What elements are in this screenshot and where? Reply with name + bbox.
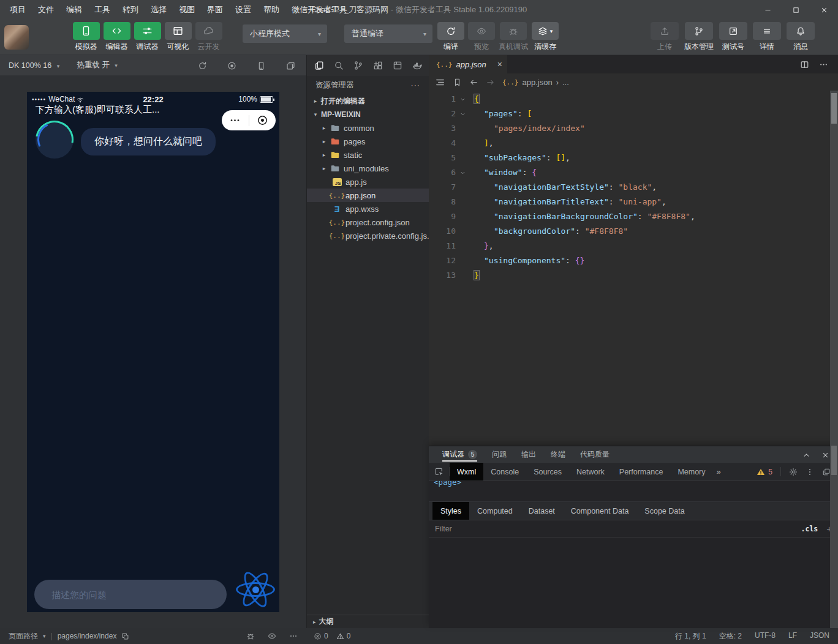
code-line[interactable]: 11},	[429, 239, 830, 253]
close-icon[interactable]: ×	[497, 60, 502, 69]
extensions-icon[interactable]	[373, 61, 383, 70]
explorer-item[interactable]: ▸static	[307, 148, 429, 162]
device-debug-button[interactable]: 真机调试	[499, 22, 528, 52]
code-line[interactable]: 8"navigationBarTitleText": "uni-app",	[429, 195, 830, 209]
editor-button[interactable]: 编辑器	[102, 22, 131, 52]
cls-button[interactable]: .cls	[801, 525, 818, 533]
source-control-icon[interactable]	[353, 61, 363, 70]
devtools-tab-wxml[interactable]: Wxml	[450, 463, 483, 481]
menubar-item[interactable]: 帮助	[257, 0, 285, 20]
inspector-tab-styles[interactable]: Styles	[432, 502, 469, 520]
list-icon[interactable]	[435, 77, 445, 88]
capsule-menu[interactable]	[222, 110, 276, 130]
explorer-item[interactable]: Ǝapp.wxss	[307, 202, 429, 215]
menubar-item[interactable]: 选择	[145, 0, 173, 20]
menubar-item[interactable]: 视图	[173, 0, 201, 20]
device-scale-select[interactable]: DK 100% 16 ▾	[9, 61, 59, 70]
code-line[interactable]: 3"pages/index/index"	[429, 121, 830, 136]
inspector-tab-scope-data[interactable]: Scope Data	[636, 502, 692, 520]
upload-button[interactable]: 上传	[651, 22, 679, 52]
more-actions-icon[interactable]: ···	[411, 81, 421, 89]
minimize-window-button[interactable]	[753, 0, 782, 20]
menubar-item[interactable]: 编辑	[60, 0, 88, 20]
fold-chevron-icon[interactable]	[456, 107, 469, 121]
tab-overflow-icon[interactable]: »	[713, 463, 725, 481]
explorer-item[interactable]: ▸common	[307, 121, 429, 135]
status-item[interactable]: 空格: 2	[719, 631, 742, 642]
problems-indicator[interactable]: 0 0	[314, 632, 350, 640]
compile-button[interactable]: 编译	[437, 22, 464, 52]
fold-chevron-icon[interactable]	[456, 165, 469, 180]
explorer-item[interactable]: {..}project.config.json	[307, 215, 429, 229]
details-button[interactable]: 详情	[753, 22, 781, 52]
menubar-item[interactable]: 设置	[229, 0, 257, 20]
menubar-item[interactable]: 项目	[4, 0, 32, 20]
mini-program-screen[interactable]: ●●●●● WeChat 22:22 100% 下方输入(客服)即可联系人工..…	[27, 92, 279, 612]
devtools-tab-performance[interactable]: Performance	[612, 463, 671, 481]
inspector-tab-component-data[interactable]: Component Data	[563, 502, 637, 520]
undock-icon[interactable]	[822, 466, 831, 477]
debugger-tab[interactable]: 调试器5	[442, 446, 477, 463]
simulator-button[interactable]: 模拟器	[72, 22, 100, 52]
code-line[interactable]: 10"backgroundColor": "#F8F8F8"	[429, 224, 830, 239]
breadcrumb-more[interactable]: ...	[562, 78, 569, 87]
code-line[interactable]: 4],	[429, 136, 830, 151]
explorer-item[interactable]: JSapp.js	[307, 175, 429, 189]
code-line[interactable]: 12"usingComponents": {}	[429, 253, 830, 268]
inspector-tab-computed[interactable]: Computed	[469, 502, 521, 520]
more-dots-icon[interactable]	[229, 114, 241, 126]
devtools-tab-network[interactable]: Network	[569, 463, 612, 481]
fold-chevron-icon[interactable]	[456, 92, 469, 107]
arrow-right-icon[interactable]	[486, 77, 495, 88]
target-icon[interactable]	[257, 114, 268, 126]
devtools-tab-memory[interactable]: Memory	[670, 463, 712, 481]
explorer-item[interactable]: ▾MP-WEIXIN	[307, 108, 429, 121]
editor-scrollbar[interactable]	[830, 91, 838, 628]
debugger-tab[interactable]: 代码质量	[580, 446, 610, 463]
docker-icon[interactable]	[412, 61, 422, 70]
wxml-node[interactable]: <page>	[434, 481, 461, 487]
copy-icon[interactable]	[121, 632, 129, 640]
search-icon[interactable]	[334, 61, 344, 70]
explorer-item[interactable]: {..}project.private.config.js...	[307, 229, 429, 242]
files-icon[interactable]	[314, 61, 324, 70]
menubar-item[interactable]: 工具	[88, 0, 116, 20]
breadcrumb[interactable]: {..} app.json › ...	[502, 78, 569, 87]
cloud-dev-button[interactable]: 云开发	[194, 22, 223, 52]
scrollbar-thumb[interactable]	[831, 93, 837, 124]
code-editor[interactable]: 1{2"pages": [3"pages/index/index"4],5"su…	[429, 91, 830, 446]
arrow-left-icon[interactable]	[469, 77, 478, 88]
devtools-tab-console[interactable]: Console	[483, 463, 526, 481]
question-input[interactable]	[34, 580, 227, 609]
explorer-item[interactable]: ▸pages	[307, 135, 429, 148]
scrollbar-thumb[interactable]	[831, 446, 837, 475]
filter-input[interactable]	[435, 525, 801, 533]
code-line[interactable]: 9"navigationBarBackgroundColor": "#F8F8F…	[429, 209, 830, 224]
devtools-tab-sources[interactable]: Sources	[526, 463, 569, 481]
code-line[interactable]: 7"navigationBarTextStyle": "black",	[429, 180, 830, 195]
compile-mode-select[interactable]: 普通编译 ▾	[344, 24, 432, 43]
code-line[interactable]: 6"window": {	[429, 165, 830, 180]
hot-reload-toggle[interactable]: 热重载 开 ▾	[77, 60, 118, 70]
chevron-up-icon[interactable]	[802, 449, 810, 460]
status-item[interactable]: 行 1, 列 1	[675, 631, 706, 642]
visualizer-button[interactable]: 可视化	[164, 22, 192, 52]
code-line[interactable]: 13}	[429, 268, 830, 283]
clear-cache-button[interactable]: ▾清缓存	[532, 22, 559, 52]
status-item[interactable]: JSON	[810, 631, 829, 642]
menubar-item[interactable]: 转到	[116, 0, 145, 20]
page-path-label[interactable]: 页面路径	[9, 631, 38, 642]
more-dots-icon[interactable]	[289, 632, 298, 641]
debugger-tab[interactable]: 输出	[521, 446, 536, 463]
status-item[interactable]: LF	[788, 631, 797, 642]
bookmark-icon[interactable]	[453, 77, 462, 88]
restart-icon[interactable]	[198, 60, 207, 71]
split-icon[interactable]	[800, 59, 809, 70]
inspect-element-icon[interactable]	[429, 463, 449, 481]
messages-button[interactable]: 消息	[787, 22, 815, 52]
code-line[interactable]: 2"pages": [	[429, 107, 830, 121]
code-line[interactable]: 5"subPackages": [],	[429, 151, 830, 165]
user-avatar[interactable]	[4, 25, 29, 50]
version-control-button[interactable]: 版本管理	[684, 22, 714, 52]
debugger-button[interactable]: 调试器	[133, 22, 162, 52]
